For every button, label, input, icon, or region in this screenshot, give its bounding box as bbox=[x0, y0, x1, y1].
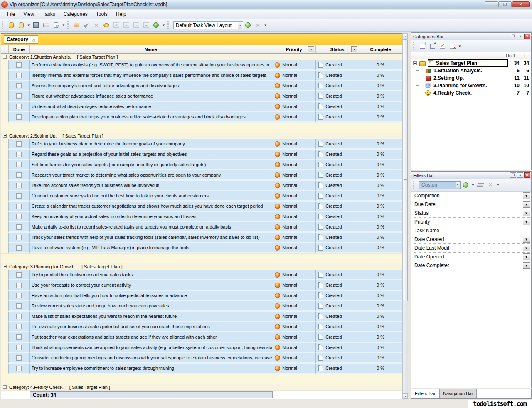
filter-preset-arrow-icon[interactable]: ▼ bbox=[456, 182, 460, 188]
column-header-status[interactable]: Status ▼ bbox=[316, 45, 359, 53]
table-row[interactable]: Put together your expectations and sales… bbox=[1, 332, 402, 343]
done-checkbox[interactable] bbox=[16, 73, 22, 78]
filter-value-dropdown[interactable]: ▼ bbox=[523, 262, 530, 269]
close-button[interactable]: ✕ bbox=[512, 1, 530, 7]
status-cell[interactable]: Created bbox=[316, 160, 359, 170]
scroll-down-icon[interactable]: ▼ bbox=[403, 393, 408, 399]
status-cell[interactable]: Created bbox=[316, 91, 359, 102]
move-down-button[interactable]: ▼ bbox=[112, 21, 121, 30]
complete-cell[interactable]: 0 % bbox=[359, 81, 402, 91]
priority-cell[interactable]: Normal bbox=[272, 291, 316, 301]
table-row[interactable]: Have a software system (e.g. VIP Task Ma… bbox=[1, 243, 402, 253]
table-row[interactable]: Conduct customer surveys to find out the… bbox=[1, 191, 402, 202]
priority-filter-dropdown[interactable]: ▼ bbox=[308, 46, 314, 52]
task-name-cell[interactable]: Develop an action plan that helps your b… bbox=[30, 112, 272, 123]
done-checkbox[interactable] bbox=[16, 83, 22, 88]
priority-cell[interactable]: Normal bbox=[272, 170, 316, 181]
status-cell[interactable]: Created bbox=[316, 102, 359, 112]
done-checkbox[interactable] bbox=[16, 293, 22, 298]
column-header-complete[interactable]: Complete bbox=[359, 45, 402, 53]
complete-cell[interactable]: 0 % bbox=[359, 322, 402, 332]
done-checkbox[interactable] bbox=[16, 272, 22, 278]
priority-cell[interactable]: Normal bbox=[272, 81, 316, 91]
toolbar-grip[interactable] bbox=[2, 21, 4, 29]
task-name-cell[interactable]: Re-evaluate your business's sales potent… bbox=[30, 322, 272, 332]
table-row[interactable]: Perform a situation analysis (e.g. SWOT,… bbox=[1, 60, 402, 71]
complete-cell[interactable]: 0 % bbox=[359, 312, 402, 322]
column-header-name[interactable]: Name bbox=[30, 45, 272, 53]
collapse-icon[interactable] bbox=[3, 134, 7, 138]
share-dropdown-icon[interactable]: ▼ bbox=[162, 23, 165, 27]
menu-item[interactable]: Tools bbox=[92, 10, 111, 18]
priority-cell[interactable]: Normal bbox=[272, 353, 316, 364]
filter-value-dropdown[interactable]: ▼ bbox=[523, 236, 530, 243]
status-cell[interactable]: Created bbox=[316, 112, 359, 123]
menu-item[interactable]: Categories bbox=[60, 10, 91, 18]
filter-value-dropdown[interactable]: ▼ bbox=[523, 201, 530, 208]
tree-root-row[interactable]: Sales Target Plan 34 34 bbox=[411, 59, 531, 67]
complete-cell[interactable]: 0 % bbox=[359, 291, 402, 301]
task-name-cell[interactable]: Create a calendar that tracks customer n… bbox=[30, 202, 272, 212]
tree-item[interactable]: 1.Situation Analysis. 6 6 bbox=[411, 67, 531, 74]
task-name-cell[interactable]: Figure out whether advantages influence … bbox=[30, 91, 272, 102]
table-row[interactable]: Re-evaluate your business's sales potent… bbox=[1, 322, 402, 332]
filter-row[interactable]: Date Last Modified ▼ bbox=[411, 244, 531, 253]
priority-cell[interactable]: Normal bbox=[272, 332, 316, 343]
status-cell[interactable]: Created bbox=[316, 322, 359, 332]
view-task-button[interactable] bbox=[102, 21, 111, 30]
done-checkbox[interactable] bbox=[16, 224, 22, 230]
done-checkbox[interactable] bbox=[16, 193, 22, 199]
priority-cell[interactable]: Normal bbox=[272, 322, 316, 332]
complete-cell[interactable]: 0 % bbox=[359, 353, 402, 364]
move-bottom-button[interactable]: ⏷ bbox=[132, 21, 141, 30]
done-checkbox[interactable] bbox=[16, 183, 22, 188]
priority-cell[interactable]: Normal bbox=[272, 243, 316, 253]
status-cell[interactable]: Created bbox=[316, 364, 359, 374]
scroll-up-icon[interactable]: ▲ bbox=[403, 34, 408, 39]
categories-more-dropdown-icon[interactable]: ▼ bbox=[458, 44, 461, 48]
priority-cell[interactable]: Normal bbox=[272, 212, 316, 222]
task-name-cell[interactable]: Make a daily to-do list to record sales-… bbox=[30, 222, 272, 233]
priority-cell[interactable]: Normal bbox=[272, 280, 316, 291]
dock-tab[interactable]: Filters Bar bbox=[411, 389, 439, 398]
status-cell[interactable]: Created bbox=[316, 280, 359, 291]
priority-cell[interactable]: Normal bbox=[272, 191, 316, 202]
toolbar-grip[interactable] bbox=[413, 42, 415, 50]
filter-value-dropdown[interactable]: ▼ bbox=[523, 219, 530, 225]
priority-cell[interactable]: Normal bbox=[272, 312, 316, 322]
complete-cell[interactable]: 0 % bbox=[359, 343, 402, 353]
done-checkbox[interactable] bbox=[16, 114, 22, 120]
filter-row[interactable]: Completion ▼ bbox=[411, 192, 531, 200]
complete-cell[interactable]: 0 % bbox=[359, 270, 402, 280]
done-checkbox[interactable] bbox=[16, 162, 22, 167]
new-task-button[interactable] bbox=[72, 21, 81, 30]
toolbar-grip[interactable] bbox=[413, 181, 415, 189]
filter-value-dropdown[interactable]: ▼ bbox=[523, 210, 530, 216]
recent-dropdown-icon[interactable]: ▼ bbox=[27, 23, 30, 27]
priority-cell[interactable]: Normal bbox=[272, 139, 316, 150]
scrollbar-thumb[interactable] bbox=[403, 39, 408, 301]
task-name-cell[interactable]: Try to increase employee commitment to s… bbox=[30, 364, 272, 374]
done-checkbox[interactable] bbox=[16, 366, 22, 371]
category-group-header[interactable]: Category: 4.Reality Check. [ Sales Targe… bbox=[1, 384, 402, 391]
collapse-icon[interactable] bbox=[3, 55, 7, 59]
table-row[interactable]: Research your target market to determine… bbox=[1, 170, 402, 181]
table-row[interactable]: Figure out whether advantages influence … bbox=[1, 91, 402, 102]
categories-pin-icon[interactable]: ⊼ bbox=[517, 34, 523, 39]
category-group-header[interactable]: Category: 1.Situation Analysis. [ Sales … bbox=[1, 54, 402, 60]
layout-combobox-arrow-icon[interactable]: ▼ bbox=[238, 22, 242, 29]
priority-cell[interactable]: Normal bbox=[272, 343, 316, 353]
table-row[interactable]: Use your forecasts to correct your curre… bbox=[1, 280, 402, 291]
task-name-cell[interactable]: Review current sales state and judge how… bbox=[30, 301, 272, 312]
table-row[interactable]: Have an action plan that tells you how t… bbox=[1, 291, 402, 301]
status-cell[interactable]: Created bbox=[316, 191, 359, 202]
filters-close-icon[interactable]: ✕ bbox=[524, 172, 530, 178]
complete-cell[interactable]: 0 % bbox=[359, 91, 402, 102]
filter-value-dropdown[interactable]: ▼ bbox=[523, 192, 530, 199]
priority-cell[interactable]: Normal bbox=[272, 270, 316, 280]
share-button[interactable] bbox=[152, 21, 161, 30]
complete-cell[interactable]: 0 % bbox=[359, 280, 402, 291]
complete-cell[interactable]: 0 % bbox=[359, 364, 402, 374]
toolbar-grip[interactable] bbox=[67, 21, 69, 29]
print-dropdown-icon[interactable]: ▼ bbox=[62, 23, 65, 27]
